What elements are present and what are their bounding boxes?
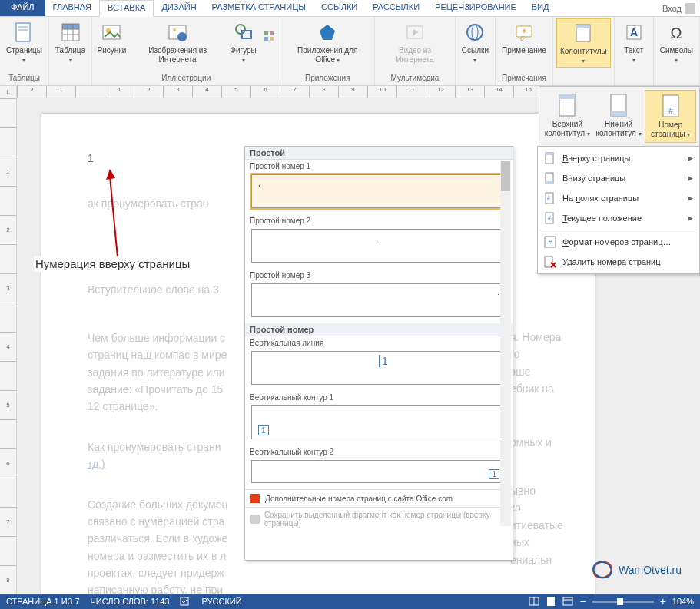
gallery-more-office[interactable]: Дополнительные номера страниц с сайта Of… [245, 489, 513, 507]
zoom-out-button[interactable]: − [579, 595, 586, 607]
page-margins-icon: # [544, 192, 556, 204]
login-button[interactable]: Вход [658, 0, 700, 16]
symbols-icon: Ω [664, 20, 688, 45]
menu-top-of-page[interactable]: Вверху страницы ▶ [539, 148, 698, 168]
pagenum-button[interactable]: # Номер страницы ▾ [645, 90, 696, 143]
tab-view[interactable]: ВИД [524, 0, 557, 16]
svg-rect-16 [264, 31, 268, 35]
tab-file[interactable]: ФАЙЛ [0, 0, 45, 16]
table-icon [58, 20, 83, 45]
header-footer-button[interactable]: Колонтитулы▾ [556, 18, 611, 68]
gallery-section-number: Простой номер [245, 323, 513, 336]
text-button[interactable]: A Текст▾ [618, 18, 650, 66]
svg-rect-2 [18, 29, 28, 31]
status-language[interactable]: РУССКИЙ [201, 597, 241, 606]
status-page[interactable]: СТРАНИЦА 1 ИЗ 7 [6, 597, 80, 606]
submenu-arrow-icon: ▶ [688, 154, 693, 162]
header-footer-label: Колонтитулы [560, 47, 607, 55]
tab-home[interactable]: ГЛАВНАЯ [45, 0, 99, 16]
tab-review[interactable]: РЕЦЕНЗИРОВАНИЕ [427, 0, 524, 16]
tab-pagelayout[interactable]: РАЗМЕТКА СТРАНИЦЫ [204, 0, 314, 16]
ribbon: Страницы▾ Таблицы Таблица▾ Рисунки Изобр… [0, 17, 700, 86]
gallery-item-2[interactable]: . [251, 229, 506, 263]
header-button[interactable]: Верхний колонтитул ▾ [542, 90, 592, 143]
header-btn-label: Верхний колонтитул [545, 120, 585, 137]
menu-top-rest: верху страницы [568, 154, 630, 163]
pages-button[interactable]: Страницы▾ [3, 18, 45, 66]
svg-point-13 [173, 28, 176, 31]
doc-t8: итиеватые [510, 519, 563, 531]
table-button[interactable]: Таблица▾ [52, 18, 88, 66]
online-images-button[interactable]: Изображения из Интернета [130, 18, 226, 66]
ruler-corner[interactable]: L [0, 86, 17, 98]
doc-p1e: 12 странице». [88, 400, 158, 412]
tab-mailings[interactable]: РАССЫЛКИ [365, 0, 427, 16]
svg-point-23 [467, 25, 483, 40]
tab-insert[interactable]: ВСТАВКА [99, 0, 154, 17]
tables-group-label: Таблицы [3, 72, 45, 84]
svg-point-57 [591, 559, 613, 580]
symbols-button[interactable]: Ω Символы▾ [657, 18, 696, 66]
apps-label: Приложения для Office [297, 46, 357, 64]
video-button[interactable]: Видео из Интернета [378, 18, 452, 66]
svg-rect-18 [264, 37, 268, 41]
gallery-item-6[interactable]: 1 [251, 460, 506, 483]
web-layout-icon[interactable] [562, 596, 573, 607]
print-layout-icon[interactable] [546, 596, 556, 607]
gallery-footer2-label: Сохранить выделенный фрагмент как номер … [264, 511, 508, 528]
tab-references[interactable]: ССЫЛКИ [314, 0, 365, 16]
svg-marker-26 [521, 37, 526, 41]
links-button[interactable]: Ссылки▾ [459, 18, 492, 66]
page-top-icon [544, 152, 556, 164]
gallery-item-1[interactable]: , [251, 174, 506, 208]
online-images-label: Изображения из Интернета [133, 46, 223, 65]
doc-p3d: номера и разместить их в л [88, 550, 226, 562]
spellcheck-icon[interactable] [180, 596, 191, 607]
doc-t10: ениальн [510, 554, 552, 566]
comment-button[interactable]: ✦ Примечание [499, 18, 549, 57]
more-illustrations-button[interactable] [261, 18, 277, 43]
text-label: Текст [624, 46, 643, 55]
read-mode-icon[interactable] [529, 596, 539, 607]
doc-p1b: страниц наш компас в мире [88, 349, 227, 361]
menu-bottom-label: Внизу страницы [562, 174, 625, 183]
menu-page-margins[interactable]: # На полях страницы ▶ [539, 188, 698, 208]
footer-button[interactable]: Нижний колонтитул ▾ [594, 90, 644, 143]
status-words[interactable]: ЧИСЛО СЛОВ: 1143 [91, 597, 170, 606]
svg-rect-36 [559, 94, 575, 99]
zoom-slider[interactable] [592, 601, 654, 603]
gallery-item-4[interactable]: 1 [251, 351, 506, 385]
gallery-item-3[interactable]: . [251, 283, 506, 317]
vertical-ruler[interactable]: 12345678 [0, 98, 17, 594]
menu-remove-page-numbers[interactable]: Удалить номера страниц [539, 252, 698, 272]
zoom-slider-thumb[interactable] [617, 598, 623, 605]
gallery-item-6-label: Вертикальный контур 2 [245, 445, 513, 458]
arrow-annotation-icon [106, 169, 129, 261]
current-position-icon: # [544, 212, 556, 224]
svg-rect-29 [576, 25, 590, 28]
apps-button[interactable]: Приложения для Office ▾ [284, 18, 371, 66]
pictures-button[interactable]: Рисунки [95, 18, 128, 57]
doc-subheading: Вступительное слово на 3 [88, 283, 219, 296]
svg-rect-54 [250, 494, 260, 503]
zoom-level[interactable]: 104% [672, 597, 694, 606]
tab-design[interactable]: ДИЗАЙН [154, 0, 204, 16]
gallery-item-1-label: Простой номер 1 [245, 160, 513, 173]
gallery-scroll-thumb[interactable] [501, 161, 510, 191]
video-icon [403, 20, 427, 45]
zoom-in-button[interactable]: + [660, 595, 666, 607]
footer-btn-label: Нижний колонтитул [595, 120, 635, 137]
menu-current-position[interactable]: # Текущее положение ▶ [539, 208, 698, 228]
svg-marker-34 [106, 169, 115, 180]
gallery-item-5[interactable]: 1 [251, 405, 506, 439]
ribbon-tabs: ФАЙЛ ГЛАВНАЯ ВСТАВКА ДИЗАЙН РАЗМЕТКА СТР… [0, 0, 700, 17]
comments-group-label: Примечания [499, 72, 549, 84]
doc-t6: ывно [510, 485, 536, 497]
shapes-button[interactable]: Фигуры▾ [227, 18, 260, 66]
gallery-item-4-label: Вертикальная линия [245, 336, 513, 349]
svg-rect-51 [545, 257, 552, 267]
menu-format-page-numbers[interactable]: # Формат номеров страниц… [539, 232, 698, 252]
doc-p1d: задание: «Прочитать до 15 [88, 383, 223, 396]
gallery-scrollbar[interactable] [500, 161, 511, 526]
menu-bottom-of-page[interactable]: Внизу страницы ▶ [539, 168, 698, 188]
